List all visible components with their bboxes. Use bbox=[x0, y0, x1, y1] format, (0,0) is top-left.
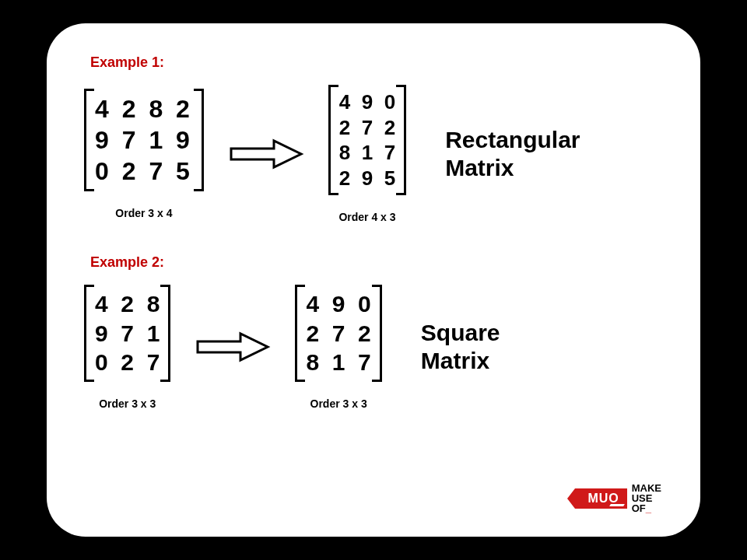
logo-text: MAKE USE OF_ bbox=[632, 483, 661, 513]
matrix-row: 4 2 8 2 bbox=[95, 93, 193, 124]
logo-line: OF_ bbox=[632, 503, 661, 513]
matrix-row: 0 2 7 5 bbox=[95, 156, 193, 187]
example-2-label: Example 2: bbox=[90, 254, 663, 271]
example-2-row: 4 2 8 9 7 1 0 2 7 Order 3 x 3 4 9 0 2 7 … bbox=[84, 285, 663, 410]
matrix-row: 4 9 0 bbox=[339, 89, 395, 115]
order-label: Order 4 x 3 bbox=[338, 211, 395, 223]
slide-card: Example 1: 4 2 8 2 9 7 1 9 0 2 7 5 Order… bbox=[47, 23, 700, 537]
matrix-row: 2 7 2 bbox=[306, 319, 370, 348]
matrix-1-right-block: 4 9 0 2 7 2 8 1 7 2 9 5 Order 4 x 3 bbox=[328, 85, 406, 223]
matrix-2-left-block: 4 2 8 9 7 1 0 2 7 Order 3 x 3 bbox=[84, 285, 170, 410]
order-label: Order 3 x 3 bbox=[310, 397, 367, 410]
matrix-row: 4 2 8 bbox=[95, 289, 160, 319]
order-label: Order 3 x 3 bbox=[99, 397, 156, 410]
muo-logo: MUO MAKE USE OF_ bbox=[575, 483, 661, 513]
matrix-2-right-block: 4 9 0 2 7 2 8 1 7 Order 3 x 3 bbox=[295, 285, 381, 410]
matrix-row: 9 7 1 9 bbox=[95, 124, 193, 156]
matrix-1-right: 4 9 0 2 7 2 8 1 7 2 9 5 bbox=[328, 85, 406, 195]
matrix-1-left-block: 4 2 8 2 9 7 1 9 0 2 7 5 Order 3 x 4 bbox=[84, 89, 204, 219]
matrix-2-right: 4 9 0 2 7 2 8 1 7 bbox=[295, 285, 381, 382]
example-1-label: Example 1: bbox=[90, 54, 663, 71]
matrix-2-left: 4 2 8 9 7 1 0 2 7 bbox=[84, 285, 170, 382]
matrix-1-left: 4 2 8 2 9 7 1 9 0 2 7 5 bbox=[84, 89, 204, 191]
matrix-row: 2 7 2 bbox=[339, 115, 395, 141]
arrow-icon bbox=[227, 138, 305, 170]
order-label: Order 3 x 4 bbox=[115, 207, 172, 219]
matrix-row: 0 2 7 bbox=[95, 348, 160, 377]
matrix-row: 9 7 1 bbox=[95, 319, 160, 348]
matrix-row: 4 9 0 bbox=[306, 289, 370, 319]
matrix-row: 2 9 5 bbox=[339, 166, 395, 191]
matrix-row: 8 1 7 bbox=[339, 140, 395, 166]
matrix-type-label: Rectangular Matrix bbox=[445, 126, 580, 182]
matrix-row: 8 1 7 bbox=[306, 348, 370, 377]
example-1-row: 4 2 8 2 9 7 1 9 0 2 7 5 Order 3 x 4 4 9 … bbox=[84, 85, 663, 223]
matrix-type-label: Square Matrix bbox=[421, 319, 500, 375]
logo-badge: MUO bbox=[575, 488, 626, 509]
arrow-icon bbox=[194, 331, 272, 362]
